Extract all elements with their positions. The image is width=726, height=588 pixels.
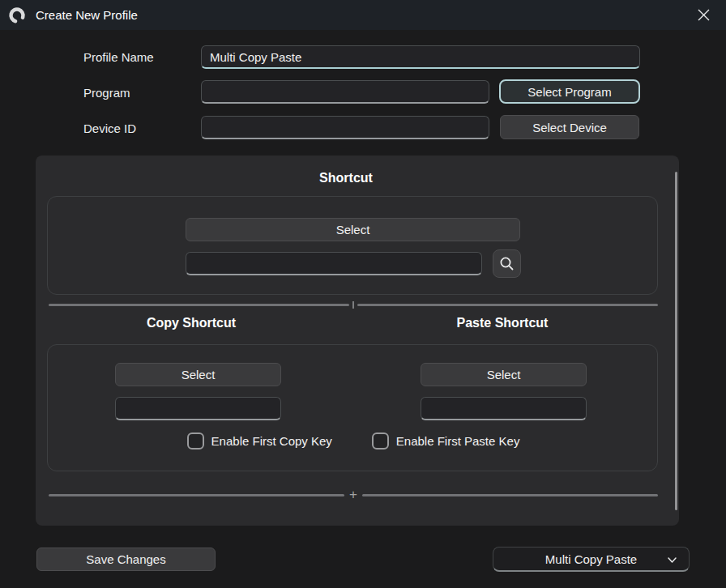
device-id-input[interactable] (201, 116, 489, 139)
paste-shortcut-header: Paste Shortcut (347, 316, 658, 330)
copy-key-input[interactable] (115, 397, 281, 420)
copy-paste-box: Select Select Enable First Copy Key Enab… (47, 344, 658, 471)
shortcut-key-input[interactable] (186, 252, 482, 275)
divider-line (49, 494, 344, 496)
device-id-label: Device ID (83, 121, 136, 135)
checkbox-unchecked-icon[interactable] (372, 432, 389, 450)
shortcut-header: Shortcut (36, 171, 656, 185)
create-new-profile-window: Create New Profile Profile Name Program … (0, 0, 726, 588)
program-input[interactable] (201, 80, 489, 104)
paste-select-button[interactable]: Select (421, 363, 587, 386)
copy-paste-headers: Copy Shortcut Paste Shortcut (36, 316, 658, 330)
profile-name-input[interactable] (201, 45, 640, 69)
enable-first-copy-key-label: Enable First Copy Key (211, 434, 332, 448)
close-icon (697, 8, 711, 22)
copy-shortcut-header: Copy Shortcut (36, 316, 347, 330)
profile-dropdown-value: Multi Copy Paste (545, 552, 637, 566)
title-bar: Create New Profile (0, 0, 726, 30)
close-button[interactable] (681, 0, 726, 30)
enable-first-paste-key-label: Enable First Paste Key (396, 434, 520, 448)
copy-select-button[interactable]: Select (115, 363, 281, 386)
window-title: Create New Profile (36, 8, 138, 22)
checkbox-row: Enable First Copy Key Enable First Paste… (48, 432, 659, 450)
save-changes-button[interactable]: Save Changes (36, 548, 216, 571)
profile-name-label: Profile Name (83, 50, 154, 64)
shortcut-select-button[interactable]: Select (186, 218, 520, 241)
paste-column: Select (353, 345, 659, 426)
add-shortcut-divider: + (49, 491, 658, 499)
program-label: Program (83, 86, 130, 100)
divider-line (357, 304, 658, 306)
magnifier-icon (499, 256, 515, 271)
divider-line (49, 304, 349, 306)
add-shortcut-button[interactable]: + (344, 491, 362, 499)
app-logo-icon (7, 6, 27, 25)
search-button[interactable] (493, 249, 521, 278)
select-program-button[interactable]: Select Program (499, 79, 640, 104)
section-divider (49, 300, 658, 309)
checkbox-unchecked-icon[interactable] (187, 432, 204, 450)
divider-line (362, 494, 658, 496)
enable-first-paste-key-checkbox[interactable]: Enable First Paste Key (372, 432, 520, 450)
select-device-button[interactable]: Select Device (500, 115, 639, 139)
chevron-down-icon (666, 554, 678, 566)
copy-column: Select (48, 345, 353, 426)
profile-dropdown[interactable]: Multi Copy Paste (493, 547, 690, 572)
shortcut-panel: Shortcut Select Copy Shortcut Paste Shor… (36, 156, 679, 526)
enable-first-copy-key-checkbox[interactable]: Enable First Copy Key (187, 432, 332, 450)
paste-key-input[interactable] (421, 397, 587, 420)
shortcut-box: Select (47, 196, 658, 295)
scrollbar[interactable] (675, 172, 677, 510)
divider-handle-icon (352, 301, 354, 309)
